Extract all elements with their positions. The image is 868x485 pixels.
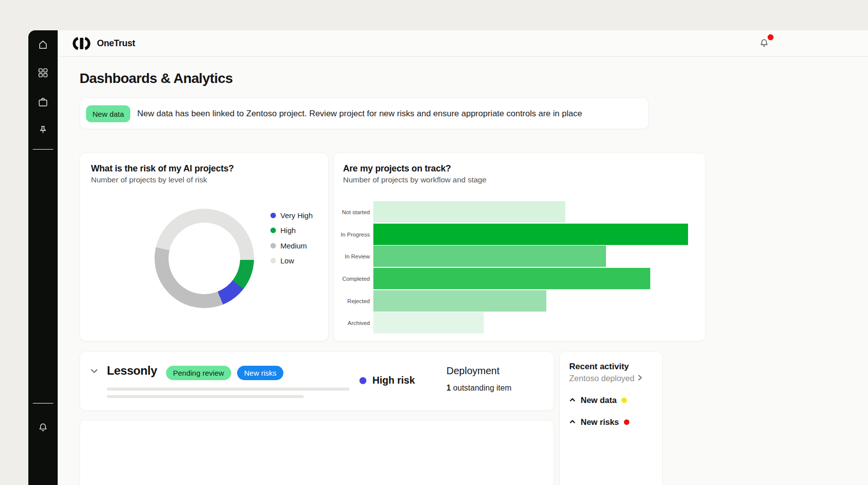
recent-activity-title: Recent activity: [569, 362, 629, 372]
bar-not-started: [373, 201, 565, 223]
sidebar-divider-bottom: [33, 403, 53, 404]
bar-track: [373, 201, 688, 223]
notification-banner: New data New data has been linked to Zen…: [80, 97, 649, 129]
bar-row: Not started: [334, 201, 705, 223]
bar-in-review: [373, 245, 606, 267]
legend-item: Very High: [270, 208, 313, 223]
bar-row: Rejected: [334, 290, 705, 312]
skeleton-line: [107, 388, 349, 391]
brand-name: OneTrust: [97, 38, 135, 49]
risk-level-label: High risk: [372, 375, 415, 386]
risk-chart-card: What is the risk of my AI projects? Numb…: [80, 153, 329, 341]
bar-row: In Progress: [334, 224, 705, 245]
chevron-up-icon: [569, 418, 576, 427]
project-row-next: [80, 420, 554, 485]
outstanding-items: 1 outstanding item: [446, 384, 512, 393]
sidebar-item-apps[interactable]: [37, 68, 49, 80]
expand-project-button[interactable]: [90, 367, 98, 375]
bar-track: [373, 224, 688, 245]
bar-track: [373, 268, 688, 289]
bar-in-progress: [373, 224, 688, 245]
legend-dot-very-high: [270, 213, 276, 218]
status-badge-new-risks: New risks: [237, 366, 283, 380]
legend-label: Medium: [280, 242, 307, 250]
bar-track: [373, 290, 688, 312]
notification-alert-dot: [768, 34, 774, 40]
chevron-right-icon: [636, 374, 643, 383]
activity-label: New risks: [581, 417, 619, 427]
sidebar-divider-top: [33, 149, 53, 150]
chevron-up-icon: [569, 396, 576, 405]
activity-item-new-data[interactable]: New data: [569, 396, 627, 405]
legend-dot-high: [270, 228, 276, 233]
legend-label: Low: [280, 256, 294, 265]
project-name: Lessonly: [107, 364, 157, 378]
main-content: Dashboards & Analytics New data New data…: [58, 57, 868, 485]
recent-activity-panel: Recent activity Zentoso deployed New dat…: [559, 351, 663, 485]
risk-donut: [155, 209, 254, 308]
outstanding-suffix: outstanding item: [451, 384, 512, 392]
bar-row: In Review: [334, 245, 705, 267]
bar-label: Not started: [334, 201, 370, 223]
activity-status-dot-red: [624, 419, 629, 425]
legend-item: Low: [270, 253, 313, 269]
chart-subtitle: Number of projects by workflow and stage: [343, 175, 487, 184]
top-header: OneTrust: [58, 30, 868, 57]
outstanding-count: 1: [446, 384, 451, 392]
sidebar-item-pinned[interactable]: [37, 126, 49, 137]
bar-rejected: [373, 290, 546, 312]
sidebar-item-projects[interactable]: [37, 97, 49, 109]
legend-label: High: [280, 226, 296, 235]
banner-message: New data has been linked to Zentoso proj…: [137, 98, 582, 130]
donut-legend: Very High High Medium Low: [270, 208, 313, 268]
bar-completed: [373, 268, 650, 289]
activity-status-dot-yellow: [621, 398, 627, 403]
sidebar: [28, 30, 58, 485]
page: OneTrust Dashboards & Analytics New data…: [0, 0, 868, 485]
bell-icon: [37, 422, 49, 435]
recent-activity-subtitle: Zentoso deployed: [569, 374, 634, 383]
bar-track: [373, 245, 688, 267]
status-badge-pending-review: Pending review: [166, 366, 231, 380]
onetrust-logo-icon: [71, 37, 92, 50]
bar-label: In Progress: [334, 224, 370, 245]
briefcase-icon: [37, 96, 49, 110]
bar-row: Archived: [334, 312, 705, 333]
activity-item-new-risks[interactable]: New risks: [569, 417, 629, 427]
new-data-badge: New data: [86, 105, 130, 122]
stage-label: Deployment: [446, 365, 500, 377]
workflow-chart-card: Are my projects on track? Number of proj…: [333, 153, 706, 341]
legend-dot-low: [270, 258, 276, 263]
apps-grid-icon: [37, 67, 49, 81]
legend-dot-medium: [270, 243, 276, 248]
skeleton-line: [107, 395, 304, 398]
recent-activity-link[interactable]: Zentoso deployed: [569, 374, 643, 383]
bell-icon: [759, 42, 770, 50]
bar-row: Completed: [334, 268, 705, 289]
pin-icon: [37, 125, 49, 138]
sidebar-item-home[interactable]: [37, 40, 49, 51]
chart-title: Are my projects on track?: [343, 163, 451, 174]
bar-label: In Review: [334, 245, 370, 267]
sidebar-item-notifications[interactable]: [37, 423, 49, 434]
bar-label: Completed: [334, 268, 370, 289]
bar-label: Archived: [334, 312, 370, 333]
legend-item: High: [270, 223, 313, 239]
chart-subtitle: Number of projects by level of risk: [91, 175, 207, 184]
chevron-down-icon: [90, 368, 98, 377]
bar-archived: [373, 312, 484, 333]
activity-label: New data: [581, 396, 616, 405]
bar-label: Rejected: [334, 290, 370, 312]
legend-label: Very High: [280, 211, 313, 220]
bar-track: [373, 312, 688, 333]
chart-title: What is the risk of my AI projects?: [91, 163, 234, 174]
project-row-lessonly: Lessonly Pending review New risks High r…: [80, 351, 554, 411]
legend-item: Medium: [270, 238, 313, 253]
page-title: Dashboards & Analytics: [80, 71, 233, 86]
notifications-button[interactable]: [759, 38, 770, 49]
risk-level-dot: [359, 377, 366, 384]
home-icon: [37, 39, 49, 52]
brand: OneTrust: [71, 37, 135, 50]
